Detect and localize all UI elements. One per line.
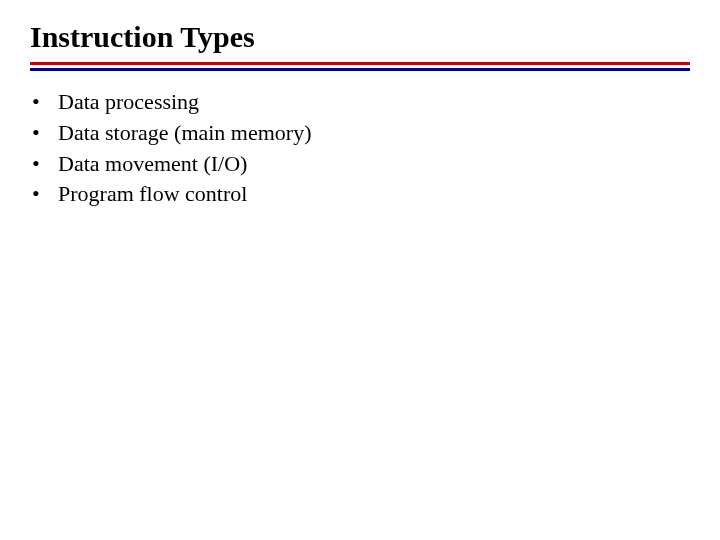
bullet-icon: • [30, 118, 58, 149]
ruler-blue-line [30, 68, 690, 71]
bullet-list: • Data processing • Data storage (main m… [30, 87, 690, 210]
bullet-icon: • [30, 87, 58, 118]
title-ruler [30, 62, 690, 71]
bullet-icon: • [30, 149, 58, 180]
list-item: • Data processing [30, 87, 690, 118]
list-item: • Program flow control [30, 179, 690, 210]
bullet-text: Program flow control [58, 179, 690, 210]
list-item: • Data storage (main memory) [30, 118, 690, 149]
slide-container: Instruction Types • Data processing • Da… [0, 0, 720, 230]
bullet-text: Data storage (main memory) [58, 118, 690, 149]
slide-title: Instruction Types [30, 20, 690, 54]
list-item: • Data movement (I/O) [30, 149, 690, 180]
bullet-icon: • [30, 179, 58, 210]
bullet-text: Data movement (I/O) [58, 149, 690, 180]
bullet-text: Data processing [58, 87, 690, 118]
